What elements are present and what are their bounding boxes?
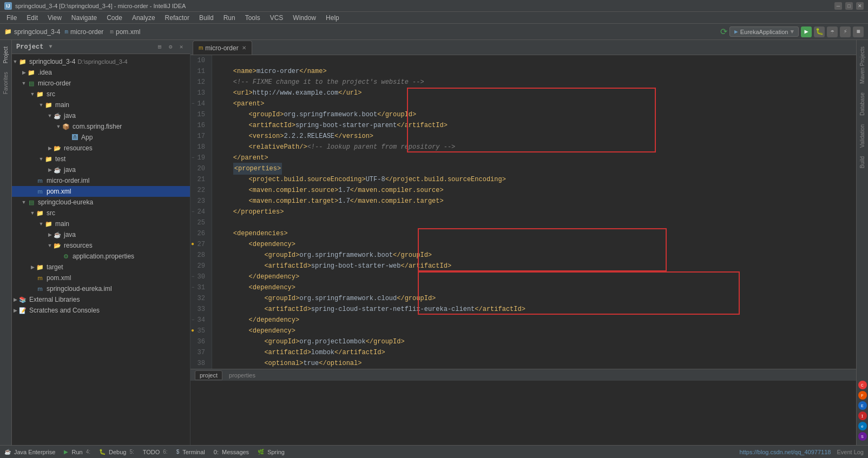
- profile-button[interactable]: ⚡: [840, 26, 851, 37]
- tree-item-main[interactable]: ▼ 📁 main: [12, 99, 190, 110]
- menu-code[interactable]: Code: [102, 13, 127, 23]
- vtab-project[interactable]: Project: [1, 42, 10, 68]
- menu-tools[interactable]: Tools: [241, 13, 265, 23]
- tree-item-src[interactable]: ▼ 📁 src: [12, 89, 190, 99]
- status-debug[interactable]: 🐛 Debug 5:: [99, 449, 134, 455]
- vtab-database[interactable]: Database: [858, 88, 867, 120]
- icon-app-props: ⚙: [62, 252, 70, 261]
- debug-status-label: Debug: [109, 449, 126, 455]
- tree-item-eureka[interactable]: ▼ ▤ springcloud-eureka: [12, 197, 190, 208]
- menu-vcs[interactable]: VCS: [266, 13, 288, 23]
- tree-item-micro-order[interactable]: ▼ ▤ micro-order: [12, 78, 190, 89]
- run-config-icon: ▶: [734, 28, 738, 35]
- tree-item-app-props[interactable]: ▶ ⚙ application.properties: [12, 251, 190, 262]
- status-todo[interactable]: TODO 6:: [143, 449, 168, 455]
- tree-item-resources[interactable]: ▶ 📂 resources: [12, 143, 190, 154]
- run-config-selector[interactable]: ▶ EurekaApplication ▼: [729, 26, 799, 37]
- tree-item-test-java[interactable]: ▶ ☕ java: [12, 164, 190, 175]
- main-area: Project Favorites Project ▼ ⊞ ⚙ ✕ ▼ 📁 sp…: [0, 40, 868, 445]
- tree-item-eureka-src[interactable]: ▼ 📁 src: [12, 208, 190, 218]
- close-button[interactable]: ✕: [856, 2, 864, 10]
- tree-item-scratches[interactable]: ▶ 📝 Scratches and Consoles: [12, 305, 190, 316]
- tree-item-eureka-main[interactable]: ▼ 📁 main: [12, 218, 190, 229]
- code-line-32: <groupId>org.springframework.cloud</grou…: [212, 293, 856, 304]
- filename-pom-xml: pom.xml: [47, 188, 71, 195]
- menu-view[interactable]: View: [43, 13, 66, 23]
- icon-idea: 📁: [27, 68, 36, 77]
- menu-build[interactable]: Build: [195, 13, 218, 23]
- coverage-button[interactable]: ☂: [827, 26, 838, 37]
- tab-close[interactable]: ✕: [242, 45, 246, 51]
- event-log-label[interactable]: Event Log: [837, 449, 864, 455]
- tree-item-eureka-iml[interactable]: ▶ m springcloud-eureka.iml: [12, 283, 190, 294]
- tree-item-package[interactable]: ▼ 📦 com.spring.fisher: [12, 121, 190, 132]
- project-icon: 📁: [4, 28, 12, 35]
- status-terminal[interactable]: $ Terminal: [176, 449, 205, 455]
- browser-ie-icon[interactable]: I: [858, 411, 867, 420]
- vtab-build[interactable]: Build: [858, 152, 867, 172]
- tree-item-eureka-java[interactable]: ▶ ☕ java: [12, 229, 190, 240]
- file-tree: ▼ 📁 springcloud_3-4 D:\springcloud_3-4 ▶…: [12, 54, 190, 445]
- minimize-button[interactable]: ─: [834, 2, 842, 10]
- tree-item-idea[interactable]: ▶ 📁 .idea: [12, 67, 190, 78]
- debug-button[interactable]: 🐛: [814, 26, 825, 37]
- ln-37: 37: [190, 347, 208, 358]
- code-line-25: [212, 217, 856, 228]
- vtab-favorites[interactable]: Favorites: [1, 68, 10, 98]
- menu-window[interactable]: Window: [288, 13, 320, 23]
- filename-app-props: application.properties: [73, 253, 134, 260]
- browser-edge-icon[interactable]: E: [858, 401, 867, 410]
- tree-item-eureka-resources[interactable]: ▼ 📂 resources: [12, 240, 190, 251]
- ln-17: 17: [190, 131, 208, 142]
- tree-item-java[interactable]: ▼ ☕ java: [12, 110, 190, 121]
- menu-edit[interactable]: Edit: [22, 13, 42, 23]
- vtab-validation[interactable]: Validation: [858, 120, 867, 152]
- menu-navigate[interactable]: Navigate: [67, 13, 101, 23]
- filename-micro-order-iml: micro-order.iml: [47, 177, 89, 184]
- tree-item-test[interactable]: ▼ 📁 test: [12, 154, 190, 164]
- code-content[interactable]: <name>micro-order</name> <!-- FIXME chan…: [212, 55, 856, 369]
- browser-safari-icon[interactable]: S: [858, 432, 867, 441]
- code-line-38: <optional>true</optional>: [212, 358, 856, 369]
- menu-file[interactable]: File: [2, 13, 21, 23]
- stop-button[interactable]: ■: [853, 26, 864, 37]
- menu-help[interactable]: Help: [321, 13, 344, 23]
- code-line-21: <project.build.sourceEncoding>UTF-8</pro…: [212, 174, 856, 185]
- bottom-tab-properties[interactable]: properties: [225, 371, 260, 380]
- menu-analyze[interactable]: Analyze: [128, 13, 160, 23]
- browser-chrome-icon[interactable]: C: [858, 381, 867, 389]
- status-url: https://blog.csdn.net/qq_40977118 Event …: [740, 449, 864, 455]
- bottom-tab-project[interactable]: project: [195, 370, 222, 380]
- maximize-button[interactable]: □: [845, 2, 853, 10]
- status-spring[interactable]: 🌿 Spring: [258, 449, 285, 455]
- arrow-eureka-resources: ▼: [47, 243, 53, 248]
- code-line-22: <maven.compiler.source>1.7</maven.compil…: [212, 185, 856, 196]
- vtab-maven[interactable]: Maven Projects: [858, 42, 867, 88]
- browser-explorer-icon[interactable]: e: [858, 422, 867, 430]
- status-messages[interactable]: 0: Messages: [214, 449, 249, 455]
- status-java-enterprise[interactable]: ☕ Java Enterprise: [4, 449, 55, 455]
- panel-action-close[interactable]: ✕: [177, 43, 186, 51]
- browser-firefox-icon[interactable]: F: [858, 391, 867, 400]
- sync-icon[interactable]: ⟳: [720, 26, 727, 37]
- tab-micro-order[interactable]: m micro-order ✕: [193, 41, 252, 55]
- panel-action-gear[interactable]: ⚙: [166, 43, 175, 51]
- menu-run[interactable]: Run: [219, 13, 240, 23]
- menu-refactor[interactable]: Refactor: [161, 13, 194, 23]
- code-line-31: <dependency>: [212, 282, 856, 293]
- tree-item-app[interactable]: ▶ 🅰 App: [12, 132, 190, 143]
- filename-external: External Libraries: [29, 296, 80, 303]
- run-button[interactable]: ▶: [801, 26, 812, 37]
- tree-item-pom-xml[interactable]: ▶ m pom.xml: [12, 186, 190, 197]
- tree-item-springcloud[interactable]: ▼ 📁 springcloud_3-4 D:\springcloud_3-4: [12, 56, 190, 67]
- arrow-springcloud: ▼: [12, 59, 18, 64]
- tree-item-pom2[interactable]: ▶ m pom.xml: [12, 273, 190, 283]
- tree-item-target[interactable]: ▶ 📁 target: [12, 262, 190, 273]
- pom-icon: m: [110, 29, 114, 35]
- tree-item-micro-order-iml[interactable]: ▶ m micro-order.iml: [12, 175, 190, 186]
- ln-28: 28: [190, 250, 208, 261]
- code-line-29: <artifactId>spring-boot-starter-web</art…: [212, 261, 856, 271]
- panel-action-layout[interactable]: ⊞: [155, 43, 164, 51]
- status-run[interactable]: ▶ Run 4:: [64, 449, 90, 455]
- tree-item-external[interactable]: ▶ 📚 External Libraries: [12, 294, 190, 305]
